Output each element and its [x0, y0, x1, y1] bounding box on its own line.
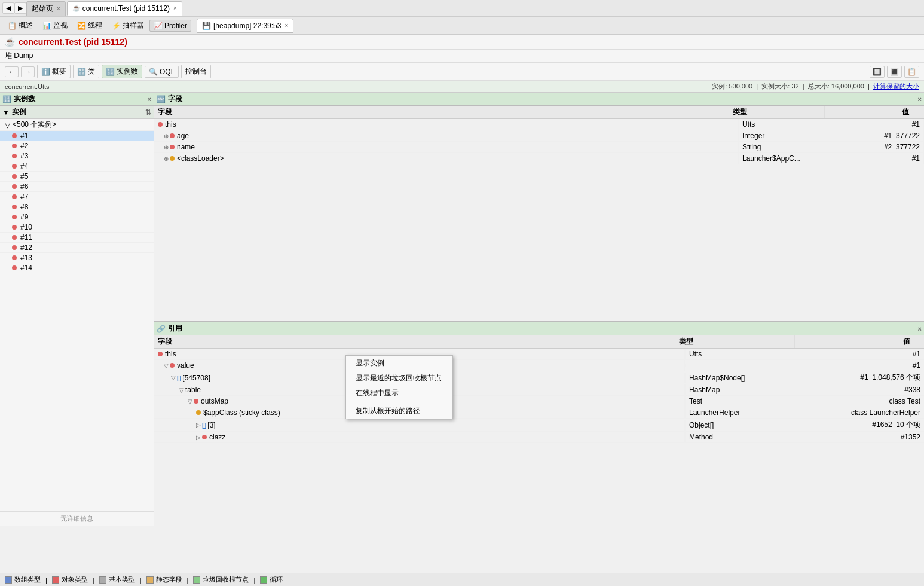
tab-start[interactable]: 起始页 ×: [26, 1, 66, 16]
context-show-in-thread[interactable]: 在线程中显示: [346, 386, 452, 401]
clazz-expand[interactable]: ▷: [196, 434, 201, 441]
expand-all-icon[interactable]: ⇅: [145, 108, 151, 117]
refs-row-clazz[interactable]: ▷ clazz Method #1352: [154, 432, 924, 443]
sampler-btn[interactable]: ⚡ 抽样器: [108, 19, 148, 32]
heapdump-tab[interactable]: 💾 [heapdump] 22:39:53 ×: [197, 19, 293, 33]
instance-label-12: #12: [20, 243, 32, 252]
back-btn[interactable]: ←: [5, 66, 19, 77]
array-legend-box: [5, 576, 12, 584]
instance-row-12[interactable]: #12: [0, 243, 154, 253]
instance-row-2[interactable]: #2: [0, 141, 154, 151]
compute-retained-size-link[interactable]: 计算保留的大小: [873, 83, 919, 90]
oql-btn[interactable]: 🔍 OQL: [145, 66, 179, 78]
legend-array: 数组类型: [5, 575, 41, 584]
legend-object: 对象类型: [52, 575, 88, 584]
context-show-instance[interactable]: 显示实例: [346, 356, 452, 371]
instance-row-4[interactable]: #4: [0, 161, 154, 172]
refs-type-3: Object[]: [685, 420, 804, 431]
profiler-btn[interactable]: 📈 Profiler: [149, 20, 191, 32]
instance-label-2: #2: [20, 142, 28, 150]
instance-row-9[interactable]: #9: [0, 212, 154, 222]
fields-row-age[interactable]: ⊕ age Integer #1 377722: [154, 130, 924, 142]
value-expand[interactable]: ▽: [164, 362, 169, 369]
heapdump-tab-close[interactable]: ×: [284, 22, 288, 29]
3-expand[interactable]: ▷: [196, 422, 201, 428]
refs-row-appclass[interactable]: $appClass (sticky class) LauncherHelper …: [154, 407, 924, 419]
fwd-btn[interactable]: →: [21, 66, 35, 77]
action-btn-3[interactable]: 📋: [904, 66, 919, 78]
monitor-btn[interactable]: 📊 监视: [38, 19, 72, 32]
tab-start-close[interactable]: ×: [57, 5, 60, 12]
instance-row-5[interactable]: #5: [0, 172, 154, 182]
refs-col-header: 字段 类型 值: [154, 335, 924, 349]
array-icon-3: []: [202, 422, 206, 429]
outsmap-expand[interactable]: ▽: [188, 398, 192, 405]
instance-row-14[interactable]: #14: [0, 263, 154, 273]
refs-type-this: Utts: [685, 349, 804, 359]
refs-value-value: #1: [804, 360, 924, 371]
nav-fwd-btn[interactable]: ▶: [14, 2, 26, 14]
instance-row-6[interactable]: #6: [0, 182, 154, 192]
console-btn[interactable]: 控制台: [181, 65, 211, 78]
instance-panel-close[interactable]: ×: [148, 96, 151, 103]
instance-label-9: #9: [20, 213, 28, 221]
refs-row-outsmap[interactable]: ▽ outsMap Test class Test: [154, 396, 924, 407]
object-legend-label: 对象类型: [62, 575, 88, 584]
context-show-gc-root[interactable]: 显示最近的垃圾回收根节点: [346, 371, 452, 386]
fields-value-age: #1 377722: [834, 130, 924, 141]
refs-value-outsmap: class Test: [804, 396, 924, 407]
refs-row-this[interactable]: this Utts #1: [154, 349, 924, 360]
instance-row-11[interactable]: #11: [0, 233, 154, 243]
instance-row-10[interactable]: #10: [0, 222, 154, 233]
action-btn-1[interactable]: 🔲: [870, 66, 885, 78]
heapdump-tab-label: [heapdump] 22:39:53: [213, 22, 281, 30]
tab-concurrent-close[interactable]: ×: [173, 5, 177, 11]
monitor-label: 监视: [53, 20, 68, 30]
group-expand-icon[interactable]: ▽: [5, 121, 10, 129]
fields-row-this[interactable]: this Utts #1: [154, 119, 924, 130]
refs-row-3[interactable]: ▷ [] [3] Object[] #1652 10 个项: [154, 419, 924, 432]
instance-row-13[interactable]: #13: [0, 253, 154, 263]
info-btn[interactable]: ℹ️ 概要: [37, 65, 71, 78]
545708-expand[interactable]: ▽: [171, 374, 176, 381]
instance-group[interactable]: ▽ <500 个实例>: [0, 119, 154, 131]
main-toolbar: 📋 概述 📊 监视 🔀 线程 ⚡ 抽样器 📈 Profiler 💾 [heapd…: [0, 17, 924, 35]
cycle-legend-label: 循环: [270, 575, 283, 584]
refs-field-clazz: ▷ clazz: [154, 432, 685, 442]
overview-btn[interactable]: 📋 概述: [4, 19, 37, 32]
cycle-legend-box: [260, 576, 267, 584]
refs-row-table[interactable]: ▽ table HashMap #338: [154, 384, 924, 396]
instance-row-8[interactable]: #8: [0, 202, 154, 212]
instance-label-1: #1: [20, 132, 28, 140]
action-btn-2[interactable]: 🔳: [887, 66, 902, 78]
refs-row-545708[interactable]: ▽ [] [545708] HashMap$Node[] #1 1,048,57…: [154, 371, 924, 384]
class-icon: 🔡: [77, 68, 86, 76]
name-expand[interactable]: ⊕: [164, 144, 169, 151]
refs-panel-close[interactable]: ×: [918, 325, 922, 332]
thread-btn[interactable]: 🔀 线程: [73, 19, 106, 32]
tab-concurrent[interactable]: ☕ concurrent.Test (pid 15112) ×: [67, 1, 182, 16]
instance-count: 实例: 500,000: [712, 83, 752, 90]
sub-toolbar: ← → ℹ️ 概要 🔡 类 🔢 实例数 🔍 OQL 控制台 🔲 🔳 📋: [0, 63, 924, 81]
class-btn[interactable]: 🔡 类: [73, 65, 99, 78]
classloader-expand[interactable]: ⊕: [164, 155, 169, 162]
instance-row-1[interactable]: #1: [0, 131, 154, 141]
fields-field-name: ⊕ name: [154, 142, 739, 152]
fields-row-name[interactable]: ⊕ name String #2 377722: [154, 142, 924, 153]
table-expand[interactable]: ▽: [179, 387, 184, 393]
fields-panel-close[interactable]: ×: [918, 96, 922, 103]
instance-dot-3: [12, 154, 17, 158]
context-copy-path[interactable]: 复制从根开始的路径: [346, 404, 452, 419]
instance-btn[interactable]: 🔢 实例数: [102, 65, 142, 78]
instance-col-label: 实例: [12, 107, 26, 117]
refs-type-table: HashMap: [685, 384, 804, 395]
refs-type-clazz: Method: [685, 432, 804, 442]
instance-col-header[interactable]: ▼ 实例 ⇅: [0, 106, 154, 119]
instance-row-3[interactable]: #3: [0, 151, 154, 161]
refs-row-value[interactable]: ▽ value #1: [154, 360, 924, 371]
instance-row-7[interactable]: #7: [0, 192, 154, 202]
age-expand[interactable]: ⊕: [164, 133, 169, 139]
nav-back-btn[interactable]: ◀: [2, 2, 14, 14]
fields-table: this Utts #1 ⊕ age Integer #1 377722: [154, 119, 924, 321]
fields-row-classloader[interactable]: ⊕ <classLoader> Launcher$AppC... #1: [154, 153, 924, 164]
